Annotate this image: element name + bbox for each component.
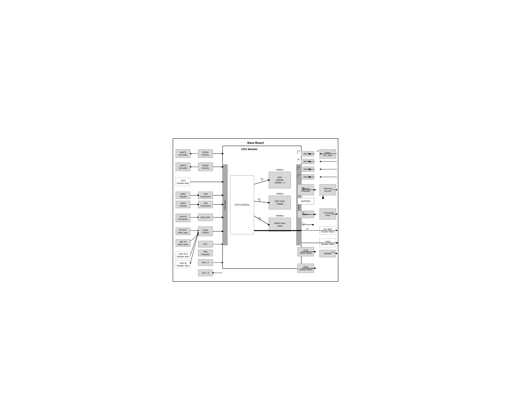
- mic-in-block: MIC IN(Mini Jack): [176, 240, 190, 247]
- usb-trans2-block: USBTransceiver: [198, 201, 213, 208]
- diagram-container: Base Board CPU Module CON (140pin) CON (…: [173, 138, 338, 282]
- nand-block: 256MByte NAND Flash2Gbit: [269, 218, 291, 232]
- svg-text:16: 16: [306, 228, 309, 230]
- v3-label: 3V: [297, 158, 300, 161]
- cspi-block: CSPI(Header 8pin): [176, 178, 190, 186]
- ddr-block: 64MByte DDRSDRAM256Mbit × 2: [269, 172, 291, 188]
- nor-size-label: 16MByte: [269, 193, 291, 195]
- nor-block: 16MByte NOR Flash128Mbit: [269, 196, 291, 210]
- etm-block: ETM(Mictor 38pin): [297, 247, 314, 256]
- pas-cap-block: PASCapacitor: [198, 250, 213, 256]
- hp-out-block: HP OUT(Mini Jack): [176, 228, 190, 235]
- usb1-block: USB1(TypeA): [176, 192, 190, 199]
- svg-text:8: 8: [302, 222, 303, 224]
- vga-block: VGA I/F(D-Sub15): [176, 214, 190, 222]
- gpio-block: GPIO(Header 40pin): [319, 239, 336, 247]
- svg-line-22: [190, 233, 198, 263]
- ext-bus-block: Ext. BUS(Header 60pin): [319, 226, 336, 235]
- nand-size-label: 256MByte: [269, 215, 291, 217]
- v5-label: 5V: [317, 150, 319, 152]
- uart2-block: UART2(D-Sub9): [176, 163, 190, 171]
- eth-rj45-block: Ethernet(RJ-45): [319, 184, 336, 195]
- line-out-block: LINE OUT(Header 4pin): [176, 252, 190, 259]
- power-block: Power(DC Jack): [319, 149, 336, 158]
- sd-mmc-block: SD/MMC: [319, 250, 336, 257]
- svg-line-56: [303, 223, 304, 225]
- jtag-block: JTAG(Header 20pin): [297, 264, 314, 273]
- svg-line-20: [190, 234, 198, 241]
- eeprom-block: EEPROM: [297, 198, 314, 204]
- rtc-block: RTC: [198, 241, 213, 248]
- eth-ctrl-block: EthernetController: [297, 184, 314, 195]
- video-dac-block: Video DAC: [198, 214, 213, 221]
- compact-flash-block: CompactFlash: [319, 209, 336, 219]
- con-left: CON (140pin): [222, 165, 228, 245]
- cpu-block: CPU (i.MX31): [230, 175, 254, 234]
- sw-reg1-block: SW-Reg.: [301, 151, 314, 156]
- v18-label: 1.8V: [297, 166, 300, 170]
- audio-codec-block: AudioCODEC: [198, 226, 213, 236]
- rs232-1-block: RS232Drv/Rcv: [198, 149, 213, 158]
- sw-block: SW × 2: [198, 259, 213, 266]
- sw-reg3-block: SW-Reg.: [301, 167, 314, 172]
- v33-label: 3.3V: [297, 150, 300, 154]
- sw-reg2-block: SW-Reg.: [301, 159, 314, 164]
- usb2-block: USB2(TypeA): [176, 201, 190, 208]
- page-title: Base Board: [173, 140, 338, 145]
- usb-trans1-block: USBTransceiver: [198, 192, 213, 199]
- uart1-block: UART1(D-Sub9): [176, 149, 190, 158]
- line-in-block: LINE IN(Header 4pin): [176, 261, 190, 268]
- rs232-2-block: RS232Drv/Rcv: [198, 163, 213, 171]
- led-block: LED × 5: [198, 270, 213, 276]
- cpu-module-label: CPU Module: [241, 148, 257, 151]
- sw-reg4-block: SW-Reg.: [301, 174, 314, 180]
- svg-line-21: [190, 232, 198, 255]
- v15-label: 1.5V: [297, 174, 300, 178]
- buffer-block: Buffer: [297, 211, 314, 218]
- ddr-size-label: 64MByte: [269, 169, 291, 171]
